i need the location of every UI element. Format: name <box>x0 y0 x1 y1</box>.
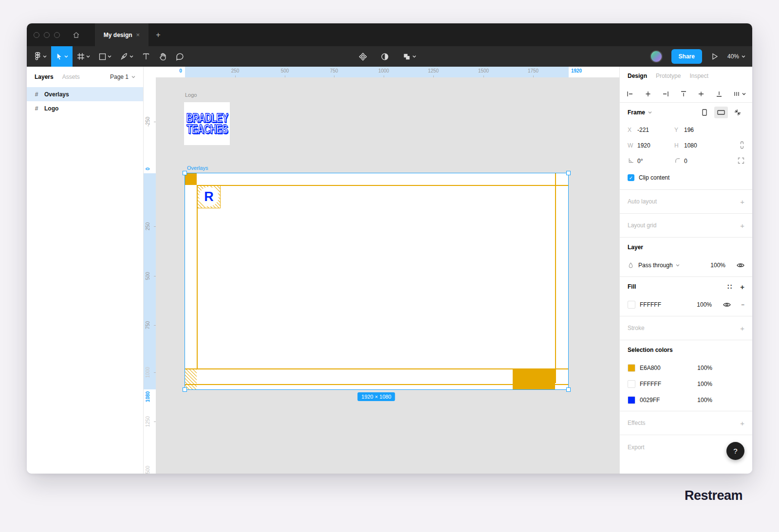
fill-styles-icon[interactable]: ∷ <box>727 283 732 291</box>
fill-hex-value[interactable]: FFFFFF <box>640 301 661 308</box>
tab-prototype[interactable]: Prototype <box>656 73 681 79</box>
lowerthird-hatch-strip[interactable] <box>185 368 197 389</box>
union-icon <box>403 53 411 61</box>
fill-visibility-toggle[interactable] <box>723 302 731 308</box>
color-swatch-orange[interactable] <box>628 364 635 372</box>
width-field[interactable]: W1920 <box>628 142 674 149</box>
x-field[interactable]: X-221 <box>628 127 674 133</box>
ruler-tick: 1750 <box>528 68 538 73</box>
fill-opacity-field[interactable]: 100% <box>697 301 712 308</box>
selection-handle-top-right[interactable] <box>566 171 571 175</box>
color-opacity[interactable]: 100% <box>697 365 712 371</box>
align-bottom-icon[interactable] <box>715 90 723 98</box>
hand-tool-button[interactable] <box>154 46 171 67</box>
layer-row-logo[interactable]: # Logo <box>27 101 143 115</box>
color-swatch-blue[interactable] <box>628 396 635 404</box>
y-field[interactable]: Y196 <box>674 127 721 133</box>
clip-content-checkbox[interactable]: ✓ <box>628 174 634 181</box>
portrait-orientation-button[interactable] <box>698 107 711 118</box>
new-tab-button[interactable]: + <box>148 23 168 46</box>
selection-handle-bottom-left[interactable] <box>183 387 187 392</box>
independent-corners-button[interactable] <box>738 157 744 165</box>
logo-placeholder-tile[interactable]: R <box>197 185 221 208</box>
frame-tool-button[interactable] <box>73 46 94 67</box>
align-right-icon[interactable] <box>662 90 669 98</box>
shape-tool-button[interactable] <box>94 46 116 67</box>
lowerthird-orange-block[interactable] <box>513 368 555 389</box>
user-avatar[interactable] <box>650 50 663 63</box>
corner-radius-field[interactable]: 0 <box>674 157 721 165</box>
canvas[interactable]: 0 250 500 750 1000 1250 1500 1750 1920 -… <box>144 67 619 474</box>
component-tool-button[interactable] <box>354 46 371 67</box>
home-button[interactable] <box>68 23 84 46</box>
zoom-menu[interactable]: 40% <box>727 53 745 60</box>
selection-color-row: FFFFFF 100% <box>620 376 752 392</box>
text-tool-button[interactable] <box>138 46 154 67</box>
main-menu-button[interactable] <box>30 46 51 67</box>
overlay-top-line[interactable] <box>197 185 568 186</box>
frame-layer-icon: # <box>34 105 39 112</box>
ruler-tick: 1250 <box>428 68 439 73</box>
fill-color-swatch[interactable] <box>628 301 635 309</box>
remove-fill-button[interactable]: − <box>741 301 744 308</box>
boolean-group-button[interactable] <box>398 46 421 67</box>
color-hex[interactable]: E6A800 <box>640 365 661 371</box>
logo-frame[interactable]: BRADLEY TEACHES <box>184 102 230 145</box>
align-left-icon[interactable] <box>626 90 634 98</box>
constrain-proportions-toggle[interactable] <box>740 141 744 150</box>
color-opacity[interactable]: 100% <box>697 397 712 404</box>
tab-inspect[interactable]: Inspect <box>689 73 708 79</box>
resize-to-fit-button[interactable] <box>731 107 744 118</box>
close-window-button[interactable] <box>34 32 39 38</box>
overlay-lowerthird-bottom-line[interactable] <box>185 384 568 385</box>
stroke-label: Stroke <box>628 325 645 331</box>
color-swatch-white[interactable] <box>628 380 635 388</box>
chevron-down-icon <box>412 55 416 58</box>
minimize-window-button[interactable] <box>44 32 50 38</box>
tab-my-design[interactable]: My design × <box>95 23 148 46</box>
align-horizontal-center-icon[interactable] <box>644 90 652 98</box>
add-fill-button[interactable]: + <box>740 283 744 291</box>
blend-mode-select[interactable]: Pass through <box>638 262 680 269</box>
overlay-left-line[interactable] <box>197 185 198 368</box>
overlay-right-line[interactable] <box>555 173 556 383</box>
stroke-section: Stroke + <box>620 316 752 340</box>
color-hex[interactable]: 0029FF <box>640 397 660 404</box>
height-field[interactable]: H1080 <box>674 142 721 149</box>
tab-layers[interactable]: Layers <box>35 73 54 80</box>
page-selector[interactable]: Page 1 <box>110 73 135 80</box>
color-hex[interactable]: FFFFFF <box>640 381 661 387</box>
tidy-up-menu[interactable] <box>733 90 746 98</box>
add-stroke-button[interactable]: + <box>740 324 744 332</box>
layer-opacity-field[interactable]: 100% <box>710 262 725 269</box>
pen-tool-button[interactable] <box>116 46 138 67</box>
add-effect-button[interactable]: + <box>740 419 744 427</box>
landscape-orientation-button[interactable] <box>714 107 728 118</box>
share-button[interactable]: Share <box>671 49 702 64</box>
comment-tool-button[interactable] <box>171 46 188 67</box>
move-tool-button[interactable] <box>51 46 73 67</box>
selection-handle-top-left[interactable] <box>183 171 187 175</box>
mask-tool-button[interactable] <box>376 46 393 67</box>
overlays-frame[interactable]: R <box>185 173 568 389</box>
close-tab-icon[interactable]: × <box>136 31 140 38</box>
help-button[interactable]: ? <box>726 442 744 460</box>
tab-assets[interactable]: Assets <box>62 73 80 80</box>
present-icon[interactable] <box>711 53 719 60</box>
align-vertical-center-icon[interactable] <box>697 90 705 98</box>
frame-type-menu[interactable]: Frame <box>628 109 652 116</box>
frame-label-overlays[interactable]: Overlays <box>187 165 208 171</box>
align-top-icon[interactable] <box>680 90 687 98</box>
selection-handle-bottom-right[interactable] <box>566 387 571 392</box>
rotation-field[interactable]: 0° <box>628 157 674 165</box>
layer-row-overlays[interactable]: # Overlays <box>27 87 143 101</box>
color-opacity[interactable]: 100% <box>697 381 712 387</box>
add-layout-grid-button[interactable]: + <box>740 221 744 230</box>
add-auto-layout-button[interactable]: + <box>740 198 744 206</box>
zoom-window-button[interactable] <box>54 32 60 38</box>
frame-label-logo[interactable]: Logo <box>185 92 197 98</box>
layer-visibility-toggle[interactable] <box>737 262 744 268</box>
tab-design[interactable]: Design <box>628 73 647 79</box>
overlay-lowerthird-top-line[interactable] <box>185 368 568 369</box>
ruler-vertical: -250 0 250 500 750 1000 1080 1250 1500 <box>144 67 156 474</box>
